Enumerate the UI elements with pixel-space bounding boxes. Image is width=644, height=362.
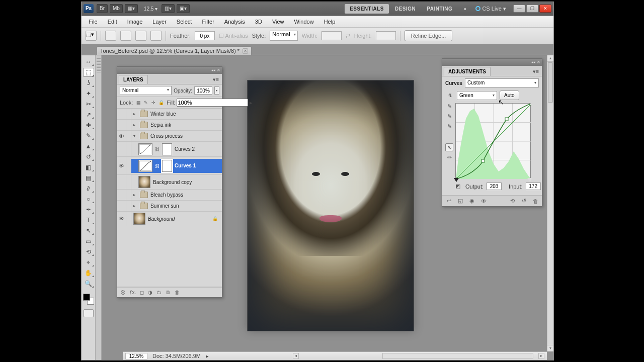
menu-file[interactable]: File bbox=[84, 17, 103, 26]
layer-group-bleach-bypass[interactable]: ▸Bleach bypass bbox=[117, 190, 222, 201]
eyedropper-tool[interactable]: ↗ bbox=[83, 110, 94, 119]
rectangle-tool[interactable]: ▭ bbox=[83, 237, 94, 246]
link-layers-icon[interactable]: ⛓ bbox=[120, 290, 125, 295]
quick-selection-tool[interactable]: ✦ bbox=[83, 89, 94, 98]
expand-view-icon[interactable]: ◱ bbox=[457, 198, 464, 204]
menu-window[interactable]: Window bbox=[289, 17, 319, 26]
hand-tool[interactable]: ✋ bbox=[83, 268, 94, 278]
delete-layer-icon[interactable]: 🗑 bbox=[175, 290, 180, 295]
visibility-toggle[interactable] bbox=[117, 109, 126, 119]
menu-help[interactable]: Help bbox=[319, 17, 341, 26]
zoom-field[interactable] bbox=[125, 353, 147, 359]
menu-view[interactable]: View bbox=[267, 17, 289, 26]
visibility-toggle[interactable] bbox=[117, 175, 126, 189]
path-selection-tool[interactable]: ↖ bbox=[83, 226, 94, 235]
layers-panel[interactable]: ◂◂✕ LAYERS ▾≡ Normal Opacity: ▸ Lock: ▦ … bbox=[117, 66, 222, 298]
delete-adjustment-icon[interactable]: 🗑 bbox=[532, 198, 539, 204]
collapse-icon[interactable]: ◂◂ bbox=[531, 60, 535, 64]
black-point-slider[interactable] bbox=[454, 178, 459, 182]
pen-tool[interactable]: ✒ bbox=[83, 205, 94, 214]
document-canvas[interactable] bbox=[248, 80, 414, 331]
workspace-essentials[interactable]: ESSENTIALS bbox=[345, 4, 389, 14]
doc-info-menu-icon[interactable]: ▸ bbox=[206, 353, 209, 359]
return-icon[interactable]: ↩ bbox=[445, 198, 452, 204]
lock-pixels-icon[interactable]: ✎ bbox=[143, 100, 149, 106]
collapse-icon[interactable]: ▾ bbox=[133, 134, 137, 138]
close-panel-icon[interactable]: ✕ bbox=[217, 68, 220, 72]
selection-subtract-icon[interactable] bbox=[135, 31, 146, 41]
panel-menu-icon[interactable]: ▾≡ bbox=[210, 75, 222, 84]
cs-live-menu[interactable]: CS Live ▾ bbox=[475, 6, 506, 12]
curve-edit-icon[interactable]: ∿ bbox=[445, 143, 453, 151]
scroll-down-button[interactable]: ▾ bbox=[547, 345, 553, 351]
expand-icon[interactable]: ▸ bbox=[133, 193, 137, 197]
quick-mask-toggle[interactable] bbox=[84, 309, 94, 317]
3d-rotate-tool[interactable]: ⟲ bbox=[83, 247, 94, 256]
collapsed-dock[interactable] bbox=[96, 55, 102, 360]
output-input[interactable] bbox=[487, 183, 502, 190]
tool-preset-picker[interactable]: ⬚▾ bbox=[86, 31, 97, 41]
visibility-toggle[interactable] bbox=[117, 142, 126, 156]
channel-select[interactable]: Green bbox=[457, 91, 497, 100]
lock-position-icon[interactable]: ✢ bbox=[150, 100, 156, 106]
zoom-tool[interactable]: 🔍 bbox=[83, 279, 94, 288]
screen-mode-button[interactable]: ▣▾ bbox=[177, 4, 190, 13]
curves-graph[interactable] bbox=[455, 103, 531, 178]
layer-background-copy[interactable]: Background copy bbox=[117, 175, 222, 190]
expand-icon[interactable]: ▸ bbox=[133, 204, 137, 208]
collapse-icon[interactable]: ◂◂ bbox=[211, 68, 215, 72]
input-input[interactable] bbox=[526, 183, 541, 190]
lock-transparency-icon[interactable]: ▦ bbox=[135, 100, 141, 106]
canvas-area[interactable]: ◂◂✕ LAYERS ▾≡ Normal Opacity: ▸ Lock: ▦ … bbox=[102, 55, 553, 360]
rectangular-marquee-tool[interactable]: ⬚ bbox=[83, 68, 94, 77]
view-extras-button[interactable]: ▦▾ bbox=[125, 4, 138, 13]
blend-mode-select[interactable]: Normal bbox=[120, 86, 172, 95]
scroll-left-button[interactable]: ◂ bbox=[293, 353, 299, 359]
expand-icon[interactable]: ▸ bbox=[133, 112, 137, 116]
preset-select[interactable]: Custom bbox=[465, 78, 539, 87]
layers-tab[interactable]: LAYERS bbox=[119, 75, 148, 84]
selection-add-icon[interactable] bbox=[120, 31, 131, 41]
layer-list[interactable]: ▸Winter blue ▸Sepia ink 👁 ▾Cross process bbox=[117, 109, 222, 287]
toggle-visibility-icon[interactable]: 👁 bbox=[480, 198, 487, 204]
visibility-toggle[interactable] bbox=[117, 190, 126, 200]
maximize-button[interactable]: ❐ bbox=[526, 5, 538, 13]
visibility-toggle[interactable] bbox=[117, 120, 126, 130]
expand-icon[interactable]: ▸ bbox=[133, 123, 137, 127]
move-tool[interactable]: ↔ bbox=[83, 57, 94, 66]
adjustments-tab[interactable]: ADJUSTMENTS bbox=[444, 67, 491, 76]
horizontal-scrollbar[interactable] bbox=[382, 353, 533, 359]
layer-group-winter-blue[interactable]: ▸Winter blue bbox=[117, 109, 222, 120]
scroll-up-button[interactable]: ▴ bbox=[547, 55, 553, 62]
adjustments-panel[interactable]: ◂◂✕ ADJUSTMENTS ▾≡ Curves Custom ↯ Green… bbox=[442, 58, 542, 207]
workspace-more[interactable]: » bbox=[458, 4, 471, 14]
layer-curves-1[interactable]: 👁 ⛓ Curves 1 bbox=[117, 157, 222, 175]
refine-edge-button[interactable]: Refine Edge... bbox=[405, 30, 453, 41]
minibridge-button[interactable]: Mb bbox=[110, 4, 123, 13]
pencil-edit-icon[interactable]: ✏ bbox=[445, 153, 453, 161]
layer-group-cross-process[interactable]: 👁 ▾Cross process bbox=[117, 131, 222, 142]
dodge-tool[interactable]: ○ bbox=[83, 195, 94, 204]
fill-flyout[interactable]: ▸ bbox=[250, 100, 253, 106]
opacity-flyout[interactable]: ▸ bbox=[214, 86, 219, 95]
menu-edit[interactable]: Edit bbox=[103, 17, 122, 26]
eyedropper-gray-icon[interactable]: ✎ bbox=[445, 112, 453, 120]
blur-tool[interactable]: ∂ bbox=[83, 184, 94, 193]
minimize-button[interactable]: — bbox=[513, 5, 525, 13]
adjustment-layer-icon[interactable]: ◑ bbox=[148, 290, 152, 295]
color-swatches[interactable] bbox=[83, 294, 94, 305]
white-point-slider[interactable] bbox=[527, 178, 532, 182]
workspace-design[interactable]: DESIGN bbox=[390, 4, 421, 14]
layer-background[interactable]: 👁 Background 🔒 bbox=[117, 212, 222, 226]
layer-group-sepia-ink[interactable]: ▸Sepia ink bbox=[117, 120, 222, 131]
clip-to-layer-icon[interactable]: ◉ bbox=[468, 198, 475, 204]
vertical-scrollbar[interactable]: ▴ ▾ bbox=[547, 55, 553, 351]
visibility-toggle[interactable]: 👁 bbox=[117, 157, 126, 174]
fill-input[interactable] bbox=[177, 99, 248, 107]
clone-stamp-tool[interactable]: ▲ bbox=[83, 142, 94, 151]
menu-image[interactable]: Image bbox=[122, 17, 148, 26]
scroll-right-button[interactable]: ▸ bbox=[538, 353, 544, 359]
zoom-level-select[interactable]: 12.5 ▾ bbox=[144, 6, 157, 12]
panel-titlebar[interactable]: ◂◂✕ bbox=[117, 67, 222, 74]
auto-button[interactable]: Auto bbox=[500, 90, 519, 100]
